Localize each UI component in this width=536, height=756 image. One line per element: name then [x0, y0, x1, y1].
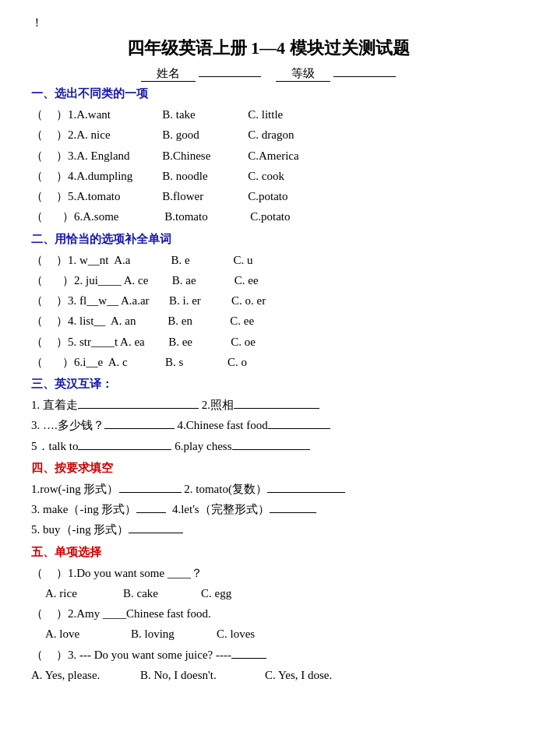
q1-3: （ ）3. A. England B.Chinese C.America	[31, 146, 505, 166]
q2-2: （ ）2. jui____ A. ce B. ae C. ee	[31, 270, 505, 290]
q1-6: （ ）6. A.some B.tomato C.potato	[31, 206, 505, 227]
q4-3: 5. buy（-ing 形式）	[31, 519, 505, 540]
q3-2: 3. ….多少钱？ 4.Chinese fast food	[31, 415, 505, 435]
name-grade-line: 姓名 等级	[31, 66, 505, 82]
section5-title: 五、单项选择	[31, 545, 505, 560]
section2-title: 二、用恰当的选项补全单词	[31, 232, 505, 247]
q2-5: （ ）5. str____t A. ea B. ee C. oe	[31, 332, 505, 352]
q2-6: （ ）6.i__e A. c B. s C. o	[31, 352, 505, 372]
q5-3-stem: （ ）3. --- Do you want some juice? ----	[31, 645, 505, 665]
q1-4: （ ）4. A.dumpling B. noodle C. cook	[31, 166, 505, 186]
exclamation-mark: ！	[31, 16, 505, 30]
q1-2: （ ）2. A. nice B. good C. dragon	[31, 125, 505, 145]
section3-title: 三、英汉互译：	[31, 377, 505, 392]
q5-3-options: A. Yes, please. B. No, I doesn't. C. Yes…	[31, 665, 505, 685]
q3-1: 1. 直着走 2.照相	[31, 395, 505, 415]
q2-1: （ ）1. w__nt A.a B. e C. u	[31, 250, 505, 270]
q5-2-stem: （ ）2.Amy ____Chinese fast food.	[31, 603, 505, 624]
section1-title: 一、选出不同类的一项	[31, 86, 505, 101]
section3-questions: 1. 直着走 2.照相 3. ….多少钱？ 4.Chinese fast foo…	[31, 395, 505, 456]
name-blank[interactable]	[199, 76, 261, 77]
q1-1: （ ）1. A.want B. take C. little	[31, 104, 505, 125]
name-label: 姓名	[141, 66, 196, 82]
q5-1-options: A. rice B. cake C. egg	[45, 583, 505, 603]
section2-questions: （ ）1. w__nt A.a B. e C. u （ ）2. jui____ …	[31, 250, 505, 373]
page-title: 四年级英语上册 1—4 模块过关测试题	[31, 37, 505, 60]
page-container: ！ 四年级英语上册 1—4 模块过关测试题 姓名 等级 一、选出不同类的一项 （…	[31, 16, 505, 685]
grade-blank[interactable]	[333, 76, 396, 77]
q3-3: 5．talk to 6.play chess	[31, 436, 505, 456]
section4-title: 四、按要求填空	[31, 461, 505, 476]
q2-4: （ ）4. list__ A. an B. en C. ee	[31, 311, 505, 331]
section1-questions: （ ）1. A.want B. take C. little （ ）2. A. …	[31, 104, 505, 227]
q5-2-options: A. love B. loving C. loves	[45, 624, 505, 644]
section4-questions: 1.row(-ing 形式） 2. tomato(复数） 3. make（-in…	[31, 479, 505, 540]
q5-1-stem: （ ）1.Do you want some ____？	[31, 563, 505, 583]
q2-3: （ ）3. fl__w__ A.a.ar B. i. er C. o. er	[31, 290, 505, 311]
section5-questions: （ ）1.Do you want some ____？ A. rice B. c…	[31, 563, 505, 686]
q4-2: 3. make（-ing 形式） 4.let's（完整形式）	[31, 499, 505, 519]
q1-5: （ ）5. A.tomato B.flower C.potato	[31, 186, 505, 206]
grade-label: 等级	[276, 66, 330, 82]
q4-1: 1.row(-ing 形式） 2. tomato(复数）	[31, 479, 505, 499]
